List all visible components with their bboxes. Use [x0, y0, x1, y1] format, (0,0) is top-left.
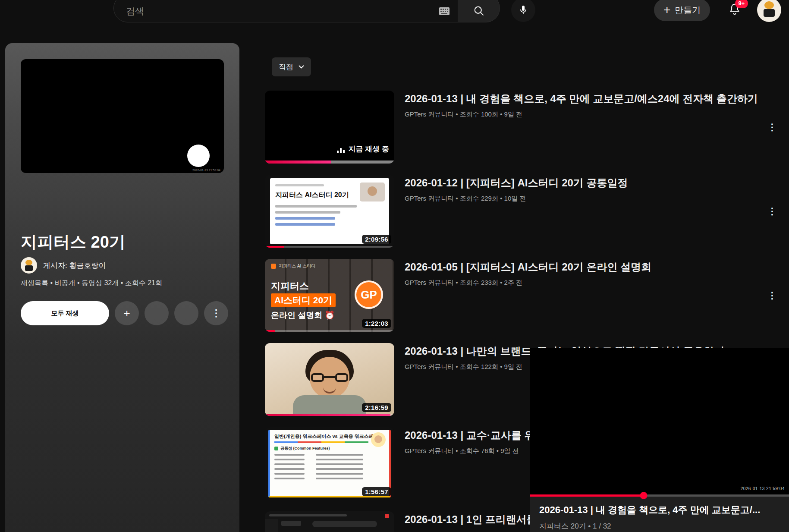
playlist-action-button-1[interactable] — [145, 301, 169, 325]
keyboard-icon[interactable] — [437, 5, 452, 18]
miniplayer-timestamp: 2026-01-13 21:59:04 — [741, 486, 785, 491]
presenter-avatar — [371, 432, 386, 447]
video-row: 지금 재생 중 2026-01-13 | 내 경험을 책으로, 4주 만에 교보… — [265, 91, 785, 164]
search-button[interactable] — [458, 0, 500, 22]
plus-icon: + — [123, 307, 130, 320]
video-meta: GPTers 커뮤니티 • 조회수 122회 • 9일 전 — [405, 363, 522, 371]
video-thumbnail[interactable]: 지피터스 AI스터디 20기 2:09:56 — [265, 175, 394, 248]
playlist-panel: 2026-01-13 21:59:04 지피터스 20기 게시자: 황금호랑이 … — [5, 43, 239, 532]
progress-bar — [265, 161, 394, 164]
kebab-icon: ⋮ — [768, 122, 777, 132]
video-row: 지피터스 AI스터디 20기 2:09:56 2026-01-12 | [지피터… — [265, 175, 785, 248]
video-thumbnail[interactable]: 일반(개인용) 워크스페이스 vs 교육용 워크스페이스 공통점 (Common… — [265, 427, 394, 500]
thumb-text-line: 지피터스 — [271, 280, 309, 293]
video-meta: GPTers 커뮤니티 • 조회수 229회 • 10일 전 — [405, 195, 526, 203]
thumb-text-line: 온라인 설명회 ⏰ — [271, 310, 335, 321]
user-avatar[interactable] — [757, 0, 781, 22]
miniplayer-scrubber[interactable] — [640, 492, 648, 499]
video-thumbnail[interactable]: 2:16:59 — [265, 343, 394, 416]
video-title[interactable]: 2026-01-05 | [지피터스] AI스터디 20기 온라인 설명회 — [405, 260, 784, 274]
video-thumbnail[interactable]: 지금 재생 중 — [265, 91, 394, 164]
video-meta: GPTers 커뮤니티 • 조회수 100회 • 9일 전 — [405, 110, 522, 119]
video-row: 지피터스 AI 스터디 지피터스 AI스터디 20기 온라인 설명회 ⏰ GP … — [265, 259, 785, 332]
add-videos-button[interactable]: + — [115, 301, 139, 325]
checkbox-icon — [274, 447, 278, 450]
video-title[interactable]: 2026-01-13 | 내 경험을 책으로, 4주 만에 교보문고/예스24에… — [405, 92, 784, 106]
progress-bar — [265, 246, 394, 248]
gp-logo: GP — [355, 280, 383, 309]
sort-filter-chip[interactable]: 직접 — [272, 57, 311, 76]
thumbnail-timestamp: 2026-01-13 21:59:04 — [192, 169, 220, 172]
thumb-text-highlight: AI스터디 20기 — [271, 293, 336, 307]
facecam-circle — [187, 145, 210, 167]
search-input[interactable] — [126, 6, 437, 16]
author-avatar — [21, 257, 37, 274]
miniplayer-title[interactable]: 2026-01-13 | 내 경험을 책으로, 4주 만에 교보문고/... — [539, 504, 780, 516]
now-playing-indicator: 지금 재생 중 — [337, 144, 389, 154]
webcam-inset — [360, 183, 385, 201]
progress-bar — [265, 414, 394, 416]
thumb-brand: 지피터스 AI 스터디 — [271, 263, 315, 269]
kebab-icon: ⋮ — [768, 290, 777, 301]
play-all-button[interactable]: 모두 재생 — [21, 301, 109, 325]
playlist-author-row[interactable]: 게시자: 황금호랑이 — [21, 257, 106, 274]
kebab-icon: ⋮ — [211, 308, 221, 319]
video-menu-button[interactable]: ⋮ — [766, 204, 779, 219]
playlist-thumbnail[interactable]: 2026-01-13 21:59:04 — [21, 59, 224, 173]
thumb-slide-subheading: 공통점 (Common Features) — [274, 446, 385, 451]
duration-badge: 1:56:57 — [362, 487, 391, 496]
video-thumbnail[interactable]: 지피터스 AI 스터디 지피터스 AI스터디 20기 온라인 설명회 ⏰ GP … — [265, 259, 394, 332]
plus-icon: + — [663, 4, 670, 16]
now-playing-label: 지금 재생 중 — [349, 144, 389, 154]
create-button[interactable]: + 만들기 — [654, 0, 710, 21]
miniplayer: 2026-01-13 21:59:04 2026-01-13 | 내 경험을 책… — [530, 348, 789, 532]
kebab-icon: ⋮ — [768, 206, 777, 217]
sort-filter-label: 직접 — [279, 62, 293, 72]
equalizer-icon — [337, 148, 345, 154]
miniplayer-info: 2026-01-13 | 내 경험을 책으로, 4주 만에 교보문고/... 지… — [530, 497, 789, 531]
create-button-label: 만들기 — [675, 4, 701, 16]
playlist-action-button-2[interactable] — [174, 301, 198, 325]
video-menu-button[interactable]: ⋮ — [766, 288, 779, 303]
duration-badge: 1:22:03 — [362, 319, 391, 328]
playlist-meta: 재생목록 • 비공개 • 동영상 32개 • 조회수 21회 — [21, 279, 162, 288]
progress-bar — [265, 330, 394, 332]
microphone-button[interactable] — [511, 0, 535, 22]
chevron-down-icon — [299, 65, 304, 69]
miniplayer-progress-bar[interactable] — [530, 494, 789, 497]
miniplayer-video[interactable]: 2026-01-13 21:59:04 — [530, 348, 789, 494]
search-input-container — [113, 0, 458, 22]
duration-badge: 2:09:56 — [362, 235, 391, 244]
video-meta: GPTers 커뮤니티 • 조회수 233회 • 2주 전 — [405, 279, 522, 287]
youtube-playlist-page: { "header": { "search_placeholder": "검색"… — [0, 0, 789, 532]
playlist-author: 게시자: 황금호랑이 — [43, 261, 106, 271]
playlist-more-actions-button[interactable]: ⋮ — [204, 301, 228, 325]
notification-badge: 9+ — [735, 0, 748, 8]
top-bar: + 만들기 9+ — [0, 0, 789, 24]
playlist-title: 지피터스 20기 — [21, 231, 126, 253]
thumb-slide-heading: 일반(개인용) 워크스페이스 vs 교육용 워크스페이스 — [274, 433, 385, 440]
playlist-actions: 모두 재생 + ⋮ — [21, 301, 228, 325]
microphone-icon — [518, 5, 528, 15]
video-menu-button[interactable]: ⋮ — [766, 120, 779, 135]
video-thumbnail[interactable] — [265, 511, 394, 532]
video-title[interactable]: 2026-01-12 | [지피터스] AI스터디 20기 공통일정 — [405, 176, 784, 190]
duration-badge: 2:16:59 — [362, 403, 391, 412]
miniplayer-subtitle: 지피터스 20기 • 1 / 32 — [539, 521, 780, 531]
app-logo-dot — [385, 514, 389, 518]
avatar-character — [764, 1, 774, 9]
search-icon — [473, 5, 485, 17]
video-meta: GPTers 커뮤니티 • 조회수 76회 • 9일 전 — [405, 447, 519, 455]
notifications-button[interactable]: 9+ — [724, 0, 745, 20]
